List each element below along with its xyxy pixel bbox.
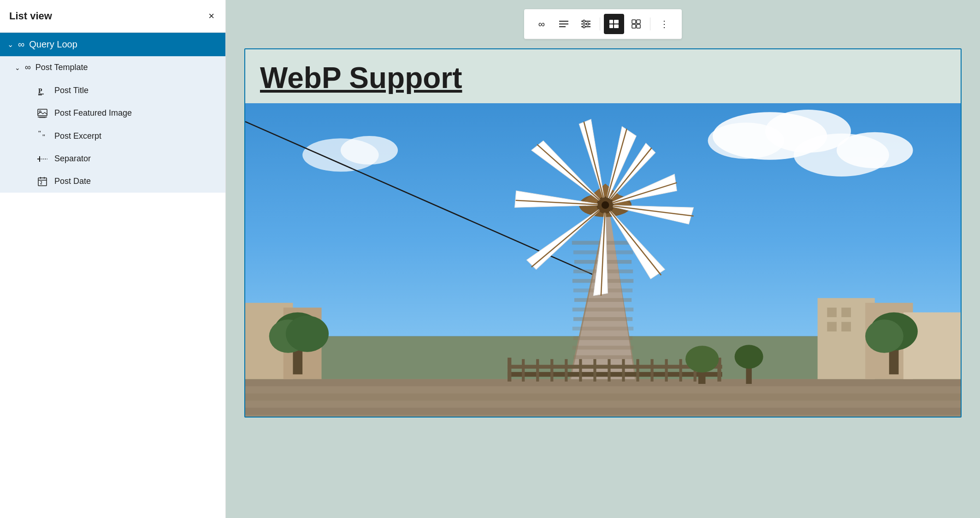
svg-rect-68: [573, 327, 633, 330]
svg-rect-54: [841, 322, 851, 331]
svg-rect-52: [841, 307, 851, 317]
svg-rect-110: [636, 359, 639, 382]
post-title-label: Post Title: [54, 86, 89, 95]
post-featured-image-icon: [37, 109, 48, 118]
list-view-panel: List view × ⌄ ∞ Query Loop ⌄ ∞ Post Temp…: [0, 0, 226, 518]
toolbar-settings-button[interactable]: [576, 14, 596, 34]
svg-rect-29: [614, 24, 619, 28]
toolbar-more-button[interactable]: ⋮: [654, 14, 674, 34]
svg-point-41: [341, 136, 398, 165]
svg-rect-107: [593, 359, 596, 382]
toolbar: ∞: [524, 9, 682, 39]
svg-rect-109: [622, 359, 625, 382]
post-date-icon: 2: [37, 177, 48, 186]
svg-rect-67: [573, 317, 632, 321]
sidebar-item-post-featured-image[interactable]: Post Featured Image: [0, 102, 225, 124]
sidebar-item-separator[interactable]: Separator: [0, 147, 225, 170]
sub-items-list: P Post Title: [0, 79, 225, 193]
svg-rect-102: [522, 359, 525, 382]
svg-rect-112: [665, 359, 668, 382]
separator-label: Separator: [54, 154, 91, 164]
sidebar-item-post-template[interactable]: ⌄ ∞ Post Template: [0, 56, 225, 79]
svg-rect-111: [650, 359, 653, 382]
svg-text:P: P: [38, 88, 42, 94]
svg-rect-71: [573, 355, 632, 359]
chevron-down-icon-template: ⌄: [15, 64, 20, 71]
toolbar-divider: [600, 18, 600, 30]
svg-rect-45: [245, 379, 961, 386]
svg-rect-51: [827, 307, 837, 317]
svg-rect-101: [508, 358, 511, 382]
toolbar-grid-button[interactable]: [626, 14, 646, 34]
sidebar-item-post-excerpt[interactable]: " " Post Excerpt: [0, 124, 225, 147]
list-view-title: List view: [9, 10, 52, 22]
svg-point-25: [583, 26, 585, 28]
close-button[interactable]: ×: [207, 8, 216, 24]
svg-rect-26: [609, 20, 613, 24]
chevron-down-icon: ⌄: [7, 40, 13, 49]
post-excerpt-icon: " ": [37, 131, 48, 141]
svg-rect-66: [573, 307, 633, 311]
svg-rect-108: [608, 359, 610, 382]
svg-point-23: [587, 23, 589, 25]
svg-point-119: [286, 316, 329, 352]
post-date-label: Post Date: [54, 177, 91, 186]
svg-rect-32: [632, 24, 636, 28]
svg-point-37: [708, 123, 785, 159]
svg-rect-53: [827, 322, 837, 331]
svg-point-126: [735, 345, 763, 369]
post-template-label: Post Template: [35, 63, 88, 72]
post-template-icon: ∞: [25, 63, 31, 72]
sidebar-item-post-title[interactable]: P Post Title: [0, 79, 225, 102]
toolbar-align-button[interactable]: [554, 14, 574, 34]
svg-rect-99: [508, 372, 722, 377]
main-area: ∞: [226, 0, 980, 518]
svg-point-124: [685, 346, 719, 372]
sidebar-item-post-date[interactable]: 2 Post Date: [0, 170, 225, 193]
query-loop-icon: ∞: [18, 39, 24, 50]
list-view-header: List view ×: [0, 0, 225, 33]
svg-rect-3: [38, 109, 47, 116]
svg-rect-28: [609, 24, 613, 28]
tree: ⌄ ∞ Query Loop ⌄ ∞ Post Template P Po: [0, 33, 225, 518]
post-title-icon: P: [37, 85, 48, 95]
svg-rect-30: [632, 20, 636, 24]
svg-text:": ": [42, 134, 46, 141]
separator-icon: [37, 155, 48, 163]
svg-rect-70: [573, 346, 633, 349]
content-area: WebP Support: [226, 39, 980, 518]
svg-point-98: [602, 201, 609, 209]
svg-rect-31: [637, 20, 640, 24]
post-excerpt-label: Post Excerpt: [54, 131, 101, 141]
svg-rect-105: [565, 359, 567, 382]
post-featured-image-label: Post Featured Image: [54, 108, 132, 118]
svg-rect-65: [574, 298, 632, 302]
svg-rect-33: [637, 24, 640, 28]
toolbar-infinity-button[interactable]: ∞: [531, 14, 552, 34]
post-featured-image: [245, 103, 961, 417]
toolbar-list-view-button[interactable]: [604, 14, 624, 34]
svg-rect-103: [536, 359, 539, 382]
svg-rect-106: [579, 359, 582, 382]
svg-point-122: [865, 319, 903, 353]
svg-rect-46: [245, 394, 961, 401]
svg-rect-104: [550, 359, 553, 382]
svg-point-39: [837, 132, 913, 169]
post-title: WebP Support: [245, 49, 961, 103]
svg-text:": ": [38, 131, 41, 137]
toolbar-divider-2: [650, 18, 650, 30]
svg-rect-47: [245, 408, 961, 415]
svg-rect-113: [679, 359, 682, 382]
svg-rect-27: [614, 20, 619, 24]
svg-rect-12: [38, 178, 47, 186]
sidebar-item-query-loop[interactable]: ⌄ ∞ Query Loop: [0, 33, 225, 56]
svg-point-21: [583, 20, 585, 23]
svg-text:2: 2: [40, 181, 42, 185]
content-block: WebP Support: [244, 48, 962, 418]
svg-rect-69: [573, 336, 632, 340]
query-loop-label: Query Loop: [29, 39, 77, 50]
